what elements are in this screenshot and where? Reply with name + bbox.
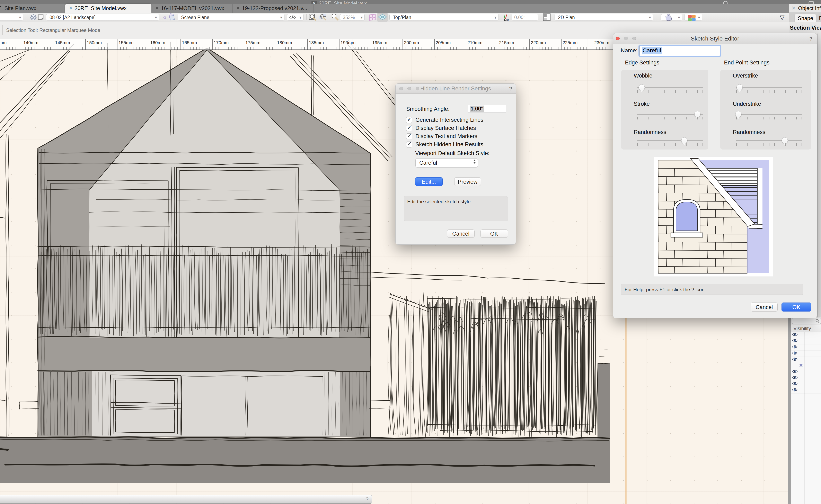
rotation-angle-field[interactable]: 0.00° xyxy=(512,14,538,20)
zoom-icon[interactable] xyxy=(331,14,339,21)
checkbox-row[interactable]: Display Surface Hatches xyxy=(406,124,476,132)
cancel-button[interactable]: Cancel xyxy=(447,229,475,238)
eye-icon[interactable] xyxy=(792,382,798,386)
tab-close-icon[interactable]: ✕ xyxy=(69,6,72,11)
search-icon[interactable] xyxy=(722,0,729,4)
close-icon[interactable]: ✕ xyxy=(792,4,796,13)
collapse-toolbar-icon[interactable]: ▽ xyxy=(778,14,787,21)
slider-thumb[interactable] xyxy=(782,137,788,143)
x-marker-icon[interactable]: ✕ xyxy=(799,363,803,368)
slider-track[interactable] xyxy=(637,87,703,88)
eye-icon[interactable] xyxy=(792,351,798,356)
render-style-button[interactable] xyxy=(661,14,682,20)
sketch-style-select[interactable]: Careful xyxy=(416,158,478,168)
visibility-row[interactable] xyxy=(791,350,821,357)
layer-dropdown[interactable]: 08-02 [A2 Landscape] xyxy=(46,14,159,20)
eye-icon[interactable] xyxy=(792,370,798,374)
split-view-icon[interactable] xyxy=(542,14,552,21)
ruler-major-tick xyxy=(371,39,371,49)
checkbox-checked-icon[interactable] xyxy=(406,133,412,139)
document-tab[interactable]: ✕16-117-MODEL v2021.vwx xyxy=(151,4,233,13)
checkbox-label: Generate Intersecting Lines xyxy=(416,117,483,123)
tab-shape[interactable]: Shape xyxy=(795,14,816,22)
multi-pane-icon[interactable] xyxy=(368,14,376,21)
checkbox-checked-icon[interactable] xyxy=(406,117,412,123)
ruler-major-tick xyxy=(54,39,54,49)
visibility-row[interactable]: ✕ xyxy=(791,363,821,369)
eye-icon[interactable] xyxy=(792,376,798,380)
plane-dropdown[interactable]: Screen Plane xyxy=(178,14,284,20)
slider-thumb[interactable] xyxy=(681,137,687,143)
palette-search-field[interactable] xyxy=(792,318,821,324)
layers-icon[interactable] xyxy=(30,14,37,21)
horizontal-scrollbar[interactable]: ? xyxy=(0,495,372,504)
checkbox-checked-icon[interactable] xyxy=(406,142,412,147)
page-icon[interactable] xyxy=(37,14,44,21)
slider-thumb[interactable] xyxy=(694,111,701,117)
help-icon[interactable]: ? xyxy=(809,36,813,42)
visibility-row[interactable] xyxy=(791,369,821,375)
scrollbar-help-icon[interactable]: ? xyxy=(366,495,368,503)
dialog-titlebar[interactable]: Sketch Style Editor ? xyxy=(613,33,817,44)
view-dropdown[interactable]: Top/Plan xyxy=(389,14,499,20)
class-options-button[interactable] xyxy=(684,14,702,20)
tab-close-icon[interactable]: ✕ xyxy=(155,6,159,11)
smoothing-angle-field[interactable]: 1.00° xyxy=(468,105,506,113)
help-icon[interactable]: ? xyxy=(509,85,513,92)
slider-track[interactable] xyxy=(637,114,703,115)
checkbox-row[interactable]: Display Text and Markers xyxy=(406,132,478,140)
document-tab[interactable]: ✕20RE_Site Plan.vwx xyxy=(0,4,65,13)
eye-icon[interactable] xyxy=(792,339,798,343)
slider-track[interactable] xyxy=(736,140,802,141)
slider-thumb[interactable] xyxy=(737,84,743,90)
visibility-row[interactable] xyxy=(791,332,821,338)
unified-view-icon[interactable] xyxy=(168,14,176,21)
document-tab[interactable]: ✕19-122-Proposed v2021.v... xyxy=(232,4,314,13)
ok-button[interactable]: OK xyxy=(481,229,508,238)
dialog-titlebar[interactable]: Hidden Line Render Settings ? xyxy=(395,84,516,94)
dialog-title: Hidden Line Render Settings xyxy=(395,84,516,93)
checkbox-row[interactable]: Sketch Hidden Line Results xyxy=(406,140,483,149)
render-mode-dropdown[interactable]: 2D Plan xyxy=(555,14,653,20)
eye-icon[interactable] xyxy=(792,345,798,350)
eye-icon[interactable] xyxy=(792,333,798,337)
slider-track[interactable] xyxy=(637,140,703,141)
name-field[interactable]: Careful xyxy=(640,46,720,56)
zoom-level-field[interactable]: 353% xyxy=(340,14,359,20)
slider-track[interactable] xyxy=(736,114,802,115)
object-info-body xyxy=(817,34,821,318)
checkbox-row[interactable]: Generate Intersecting Lines xyxy=(406,116,483,124)
visibility-row[interactable] xyxy=(791,381,821,387)
eye-icon[interactable] xyxy=(792,357,798,362)
marquee-zoom-icon[interactable] xyxy=(318,14,327,21)
cancel-button[interactable]: Cancel xyxy=(751,303,778,312)
preview-button[interactable]: Preview xyxy=(454,177,481,186)
eye-icon[interactable] xyxy=(792,388,798,393)
zoom-level-chevron[interactable]: ▾ xyxy=(359,14,365,20)
tab-close-icon[interactable]: ✕ xyxy=(236,6,240,11)
checkbox-checked-icon[interactable] xyxy=(406,125,412,131)
visibility-row[interactable] xyxy=(791,344,821,351)
rotation-axes-icon[interactable]: 0 xyxy=(501,14,511,21)
visibility-row[interactable] xyxy=(791,357,821,363)
document-tab[interactable]: ✕20RE_Site Model.vwx xyxy=(65,4,151,13)
view-options-button[interactable] xyxy=(287,14,304,20)
visibility-row[interactable] xyxy=(791,338,821,344)
slider-thumb[interactable] xyxy=(639,84,645,90)
single-pane-icon[interactable] xyxy=(377,13,388,21)
tab-data[interactable]: D xyxy=(819,14,821,23)
ruler-label: 185mm xyxy=(309,40,324,45)
edit-button[interactable]: Edit... xyxy=(415,177,443,186)
saved-view-dropdown[interactable] xyxy=(0,14,23,20)
slider-thumb[interactable] xyxy=(735,111,741,117)
visibility-row[interactable] xyxy=(791,375,821,381)
visibility-row[interactable] xyxy=(791,387,821,394)
fit-page-zoom-icon[interactable] xyxy=(308,14,317,21)
visibility-column-header[interactable]: Visibility xyxy=(791,325,821,332)
ruler-label: 145mm xyxy=(55,40,70,45)
tab-label: 20RE_Site Plan.vwx xyxy=(0,5,36,11)
back-chevrons-icon[interactable]: « xyxy=(162,14,167,21)
edit-icon[interactable] xyxy=(808,1,814,4)
ok-button[interactable]: OK xyxy=(782,303,811,312)
slider-track[interactable] xyxy=(736,87,802,88)
